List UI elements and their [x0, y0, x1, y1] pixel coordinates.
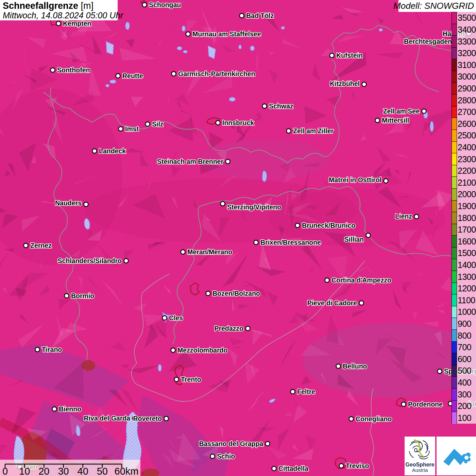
- city-marker: Pieve di Cadore: [307, 299, 364, 307]
- city-marker: Bruneck/Brunico: [295, 222, 356, 229]
- colorbar-tick-label: 1600: [458, 237, 476, 245]
- city-dot: [384, 179, 388, 183]
- city-label: Kempten: [63, 20, 91, 27]
- city-label: Riva del Garda: [84, 414, 130, 422]
- colorbar-cell: [452, 401, 457, 412]
- city-dot: [163, 316, 167, 320]
- city-label: Garmisch-Partenkirchen: [178, 70, 255, 78]
- city-dot: [291, 390, 295, 394]
- city-label: Innsbruck: [222, 119, 254, 126]
- colorbar-tick-label: 2000: [458, 190, 476, 199]
- colorbar-cell: [452, 353, 457, 365]
- city-dot: [35, 347, 40, 352]
- city-label: Pieve di Cadore: [307, 299, 357, 307]
- city-marker: Bassano del Grappa: [199, 440, 270, 447]
- city-dot: [56, 21, 61, 26]
- city-dot: [349, 417, 354, 421]
- city-label: Cortina d'Ampezzo: [332, 276, 391, 284]
- colorbar-tick-label: 3500: [458, 14, 476, 22]
- city-label: Schongau: [149, 1, 181, 8]
- colorbar-cell: [452, 165, 457, 177]
- city-dot: [422, 109, 426, 114]
- city-label: Meran/Merano: [187, 248, 232, 256]
- city-dot: [325, 278, 329, 283]
- colorbar-tick-label: 100: [458, 413, 476, 422]
- city-label: Sillian: [344, 236, 364, 243]
- city-label: Bassano del Grappa: [199, 440, 263, 447]
- city-marker: Cortina d'Ampezzo: [325, 276, 391, 284]
- city-dot: [266, 442, 270, 446]
- colorbar-cell: [452, 342, 457, 354]
- scalebar-label: 30: [58, 466, 69, 476]
- city-dot: [330, 53, 334, 58]
- city-marker: Conegliano: [349, 415, 392, 423]
- colorbar-tick-label: 2100: [458, 178, 476, 187]
- city-dot: [171, 348, 175, 353]
- city-label: Predazzo: [214, 325, 243, 332]
- city-label: Cittadella: [278, 465, 308, 472]
- city-dot: [414, 215, 419, 219]
- city-dot: [226, 159, 230, 164]
- city-dot: [92, 149, 97, 153]
- city-marker: Berchtesgaden: [404, 38, 458, 45]
- colorbar-cell: [452, 59, 457, 71]
- city-dot: [164, 417, 169, 421]
- colorbar-cell: [452, 330, 457, 342]
- city-dot: [216, 121, 220, 125]
- colorbar-cell: [452, 177, 457, 189]
- city-label: Sterzing/Vipiteno: [227, 203, 281, 211]
- scalebar-label: 40: [78, 466, 88, 476]
- colorbar-cell: [452, 201, 457, 213]
- city-label: Zell am Ziller: [293, 127, 334, 135]
- city-label: Mittersill: [382, 117, 409, 124]
- colorbar-tick-label: 1700: [458, 225, 476, 234]
- city-label: Bienno: [59, 405, 81, 413]
- geosphere-logo-subtext: Austria: [405, 468, 435, 473]
- colorbar-strip: [452, 12, 457, 424]
- colorbar-tick-label: 1400: [458, 260, 476, 269]
- city-dot: [124, 259, 129, 263]
- city-label: Trento: [181, 376, 201, 383]
- colorbar-tick-label: 3000: [458, 72, 476, 81]
- scalebar-label: 20: [38, 466, 49, 476]
- city-dot: [262, 104, 267, 108]
- colorbar-tick-label: 3200: [458, 49, 476, 57]
- colorbar-tick-label: 1300: [458, 272, 476, 281]
- colorbar-tick-label: 2400: [458, 143, 476, 151]
- model-label: Modell: SNOWGRID: [393, 1, 474, 11]
- map-title-box: Schneefallgrenze [m] Mittwoch, 14.08.202…: [0, 0, 118, 20]
- colorbar-cell: [452, 83, 457, 95]
- city-dot: [339, 464, 344, 468]
- city-label: Bruneck/Brunico: [302, 222, 355, 229]
- city-label: Silz: [152, 120, 164, 128]
- city-label: Zell am See: [383, 107, 420, 115]
- colorbar-cell: [452, 365, 457, 377]
- colorbar-tick-label: 2800: [458, 96, 476, 104]
- colorbar-tick-label: 300: [458, 390, 476, 398]
- colorbar-tick-label: 200: [458, 402, 476, 410]
- city-label: Schwaz: [269, 102, 293, 110]
- city-marker: Mezzolombardo: [171, 346, 228, 354]
- colorbar-cell: [452, 236, 457, 248]
- colorbar-cell: [452, 259, 457, 271]
- distance-scalebar: 0102030405060km: [0, 460, 140, 476]
- city-dot: [221, 202, 225, 206]
- city-label: Zernez: [30, 242, 52, 249]
- city-dot: [438, 369, 442, 374]
- colorbar-cell: [452, 118, 457, 130]
- city-label: Belluno: [343, 362, 367, 370]
- colorbar-tick-label: 1200: [458, 284, 476, 293]
- colorbar-tick-label: 1900: [458, 202, 476, 210]
- city-marker: Murnau am Staffelsee: [186, 30, 261, 38]
- city-dot: [186, 32, 190, 36]
- city-dot: [295, 223, 300, 228]
- city-label: Tirano: [42, 346, 62, 353]
- city-label: Cles: [169, 314, 183, 322]
- city-label: Pordenone: [408, 401, 443, 408]
- city-label: Kufstein: [336, 52, 363, 59]
- model-label-box: Modell: SNOWGRID: [398, 0, 476, 12]
- city-marker: Sterzing/Vipiteno: [221, 202, 281, 211]
- blue-mountain-logo: [440, 441, 473, 471]
- colorbar-tick-label: 3100: [458, 61, 476, 69]
- city-label: Brixen/Bressanone: [260, 239, 321, 246]
